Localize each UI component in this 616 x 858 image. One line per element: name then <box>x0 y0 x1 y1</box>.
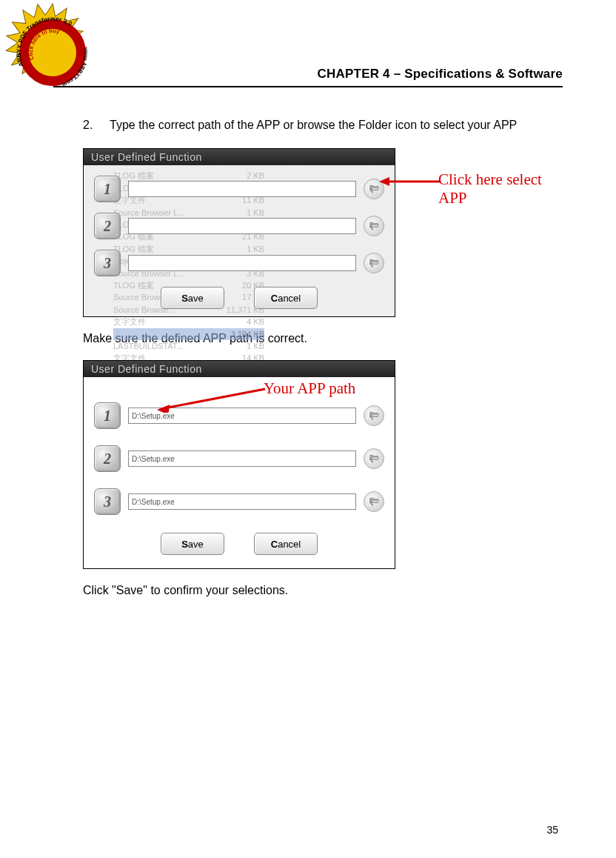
udf-row-1: 1 <box>94 176 384 202</box>
svg-marker-7 <box>379 177 389 186</box>
folder-browse-icon <box>368 410 380 422</box>
step-number: 2. <box>83 117 96 133</box>
browse-button-3b[interactable] <box>364 491 384 512</box>
udf2-row-2: 2 <box>94 445 384 472</box>
svg-marker-9 <box>156 403 170 413</box>
udf-title-2: User Defined Function <box>84 361 395 377</box>
udf-title: User Defined Function <box>84 149 395 165</box>
folder-browse-icon <box>368 220 380 232</box>
browse-button-2[interactable] <box>364 216 384 236</box>
udf-dialog-1: User Defined Function TLOG 檔案2 KBTLOG 檔案… <box>83 148 395 317</box>
badge-1: 1 <box>94 176 121 202</box>
folder-browse-icon <box>368 496 380 508</box>
screenshot-2-wrap: User Defined Function 1 2 <box>83 360 563 569</box>
annotation-your-path: Your APP path <box>264 379 355 398</box>
badge-3: 3 <box>94 250 121 276</box>
folder-browse-icon <box>368 453 380 465</box>
annotation-click-here: Click here select APP <box>438 170 563 207</box>
path-input-1[interactable] <box>128 181 356 197</box>
udf-row-2: 2 <box>94 213 384 239</box>
badge-2: 2 <box>94 213 121 239</box>
path-input-2[interactable] <box>128 218 356 234</box>
button-row-1: Save Cancel <box>94 287 384 309</box>
svg-line-8 <box>164 389 265 408</box>
chapter-header: CHAPTER 4 – Specifications & Software <box>53 67 563 87</box>
badge-3b: 3 <box>94 488 121 515</box>
step-text: Type the correct path of the APP or brow… <box>110 117 517 133</box>
arrow-icon <box>153 386 271 413</box>
cancel-button[interactable]: Cancel <box>254 287 318 309</box>
screenshot-1-wrap: User Defined Function TLOG 檔案2 KBTLOG 檔案… <box>83 148 563 317</box>
path-input-3[interactable] <box>128 255 356 271</box>
browse-button-2b[interactable] <box>364 448 384 469</box>
badge-2b: 2 <box>94 445 121 472</box>
path-input-2b[interactable] <box>128 450 356 467</box>
udf-row-3: 3 <box>94 250 384 276</box>
badge-1b: 1 <box>94 402 121 429</box>
browse-button-3[interactable] <box>364 253 384 273</box>
folder-browse-icon <box>368 183 380 195</box>
browse-button-1b[interactable] <box>364 405 384 426</box>
mid-instruction: Make sure the defined APP path is correc… <box>83 332 563 345</box>
step-2-line: 2. Type the correct path of the APP or b… <box>83 117 563 133</box>
folder-browse-icon <box>368 257 380 269</box>
save-button[interactable]: Save <box>161 287 224 309</box>
path-input-3b[interactable] <box>128 493 356 510</box>
arrow-icon <box>379 176 440 187</box>
button-row-2: Save Cancel <box>94 533 384 555</box>
save-button-2[interactable]: Save <box>161 533 224 555</box>
udf2-row-3: 3 <box>94 488 384 515</box>
bottom-instruction: Click "Save" to confirm your selections. <box>83 584 563 597</box>
cancel-button-2[interactable]: Cancel <box>254 533 318 555</box>
page-number: 35 <box>546 824 558 836</box>
